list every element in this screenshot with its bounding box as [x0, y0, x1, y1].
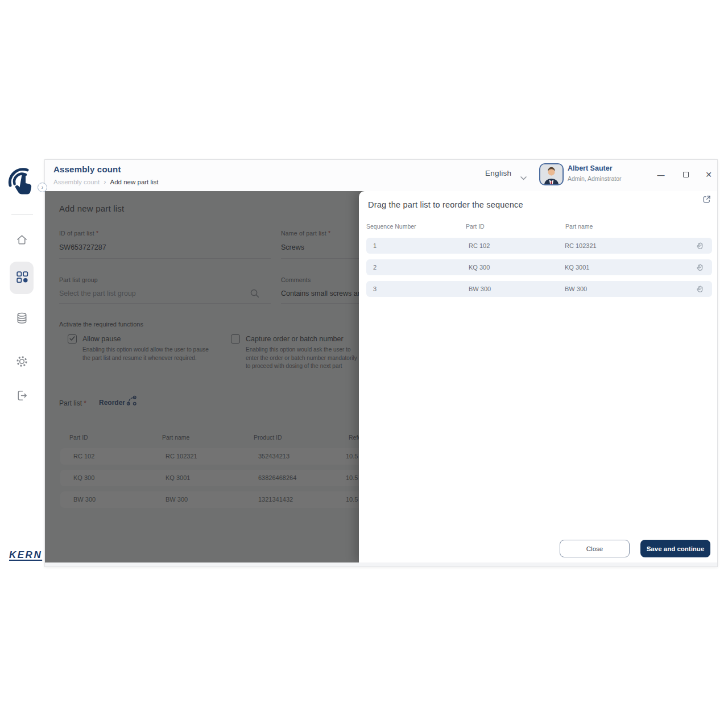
chevron-down-icon[interactable] [520, 172, 527, 183]
breadcrumb: Assembly count›Add new part list [53, 177, 159, 186]
breadcrumb-parent[interactable]: Assembly count [53, 179, 100, 185]
user-avatar[interactable] [539, 163, 564, 185]
sidebar-item-database[interactable] [10, 307, 34, 331]
sidebar-item-home[interactable] [10, 229, 34, 253]
save-and-continue-button[interactable]: Save and continue [640, 540, 710, 557]
sidebar-divider [11, 214, 33, 215]
drag-handle-icon[interactable] [696, 263, 704, 274]
database-icon [15, 312, 28, 327]
drag-handle-icon[interactable] [696, 284, 704, 296]
user-name[interactable]: Albert Sauter [568, 164, 613, 172]
col-header-sequence: Sequence Number [366, 223, 416, 230]
user-role: Admin, Adminstrator [568, 175, 622, 182]
kern-brand-logo: KERN [9, 549, 42, 561]
settings-gear-icon [15, 355, 28, 370]
breadcrumb-current: Add new part list [110, 179, 159, 185]
window-content: Add new part list ID of part list * SW65… [45, 191, 717, 562]
language-selector[interactable]: English [485, 169, 511, 177]
sequence-row[interactable]: 3 BW 300 BW 300 [366, 281, 712, 297]
window-close-button[interactable]: ✕ [702, 168, 715, 181]
apps-grid-icon [15, 270, 28, 286]
modal-title: Drag the part list to reorder the sequen… [368, 200, 523, 209]
page-title: Assembly count [53, 164, 121, 174]
sidebar-item-logout[interactable] [10, 384, 34, 408]
home-icon [15, 233, 28, 249]
logout-icon [15, 389, 28, 404]
col-header-part-id: Part ID [466, 223, 485, 230]
close-button[interactable]: Close [560, 540, 630, 557]
sidebar-expand-toggle[interactable]: › [38, 183, 47, 192]
sidebar-item-settings[interactable] [10, 350, 34, 374]
col-header-part-name: Part name [565, 223, 593, 230]
sequence-row[interactable]: 2 KQ 300 KQ 3001 [366, 259, 712, 275]
reorder-modal: Drag the part list to reorder the sequen… [359, 191, 717, 562]
expand-icon[interactable] [702, 195, 712, 206]
window-minimize-button[interactable]: — [655, 168, 667, 181]
maximize-icon [683, 172, 689, 177]
app-window: Assembly count Assembly count›Add new pa… [44, 159, 718, 567]
titlebar: Assembly count Assembly count›Add new pa… [45, 160, 717, 191]
drag-handle-icon[interactable] [696, 241, 704, 253]
breadcrumb-separator: › [104, 177, 106, 186]
app-logo-touch-icon [7, 166, 38, 201]
sequence-row[interactable]: 1 RC 102 RC 102321 [366, 238, 712, 254]
sidebar-item-apps[interactable] [10, 262, 34, 294]
window-maximize-button[interactable] [680, 168, 692, 181]
